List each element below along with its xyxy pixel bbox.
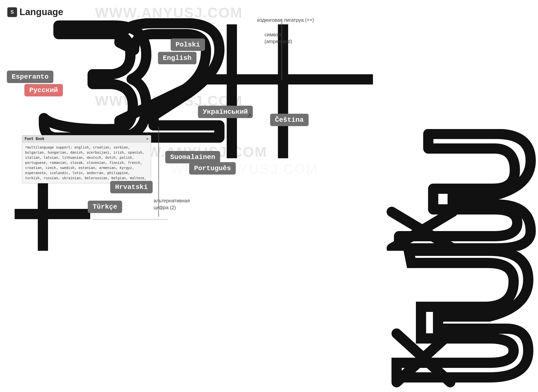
cross-h-top-right (280, 74, 373, 84)
header: S Language (7, 7, 63, 17)
bottom-right-ampersand (372, 241, 538, 392)
cross-h-bottom-left (15, 209, 90, 219)
font-book-title-bar: Font Book ✕ (22, 135, 151, 142)
annotation-symbol-ampersand: символ(ampersand) (264, 31, 292, 45)
tag-ukrainian[interactable]: Український (198, 106, 253, 118)
cross-v-bottom-left (38, 175, 48, 251)
font-book-close[interactable]: ✕ (146, 137, 148, 141)
tag-hrvatski[interactable]: Hrvatski (110, 181, 153, 193)
app-icon: S (7, 7, 17, 17)
guide-line-h (93, 219, 168, 220)
annotation-coding-ligature: кодинговая лигатруа (++) (257, 17, 314, 23)
cursor-indicator: ↗ (247, 111, 252, 119)
annotation-alt-digit: альтернативнаяцифра (2) (154, 197, 190, 211)
font-book-title: Font Book (25, 137, 44, 141)
tag-english[interactable]: English (158, 52, 196, 64)
tag-cestina[interactable]: Čeština (270, 114, 309, 126)
tag-turkce[interactable]: Türkçe (88, 201, 122, 213)
cross-v-top (227, 24, 237, 158)
page-title: Language (20, 7, 63, 17)
tag-suomalainen[interactable]: Suomalainen (165, 151, 220, 163)
tag-russian[interactable]: Русский (24, 84, 63, 96)
tag-polski[interactable]: Polski (171, 38, 205, 51)
annotation-line-coding (282, 19, 282, 80)
ampersand-shape (380, 129, 538, 251)
font-book-body: *multilanguage support: english, croatia… (22, 142, 151, 183)
tag-portugues[interactable]: Português (189, 162, 236, 175)
font-book-popup: Font Book ✕ *multilanguage support: engl… (22, 135, 151, 183)
tag-esperanto[interactable]: Esperanto (7, 71, 53, 83)
